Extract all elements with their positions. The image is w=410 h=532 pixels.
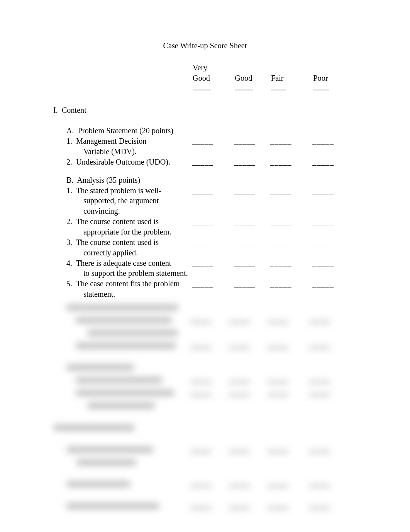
- subsection-b-head: B. Analysis (35 points): [53, 167, 349, 185]
- item-b1-cont2: convincing.: [66, 206, 192, 216]
- col-very-good: Very Good: [192, 63, 234, 94]
- item-a1-cont: Variable (MDV).: [66, 146, 192, 157]
- item-b2: 2. The course content used is appropriat…: [53, 216, 349, 237]
- blank-poor[interactable]: _____: [312, 279, 334, 288]
- blurred-content: [0, 294, 410, 532]
- item-b5-num: 5.: [66, 279, 72, 288]
- blank-fair[interactable]: _____: [270, 259, 291, 267]
- item-b3: 3. The course content used is correctly …: [53, 237, 349, 258]
- item-b1-cont1: supported, the argument: [66, 195, 192, 206]
- item-b2-num: 2.: [66, 217, 72, 226]
- item-b5-cont: statement.: [66, 289, 192, 299]
- blank-verygood[interactable]: _____: [192, 158, 213, 166]
- blank-good[interactable]: _____: [234, 217, 255, 226]
- blank-good[interactable]: _____: [234, 259, 255, 267]
- blank-fair[interactable]: _____: [270, 186, 291, 195]
- blank-poor[interactable]: _____: [312, 137, 334, 145]
- item-b4: 4. There is adequate case content to sup…: [53, 258, 349, 279]
- blank-fair[interactable]: _____: [270, 279, 291, 288]
- blank-poor[interactable]: _____: [312, 238, 334, 246]
- item-b2-cont: appropriate for the problem.: [66, 227, 192, 237]
- col-good: Good: [234, 63, 270, 94]
- blank-poor[interactable]: _____: [312, 158, 334, 166]
- page-title: Case Write-up Score Sheet: [0, 41, 410, 51]
- item-a1-text: Management Decision: [76, 137, 146, 145]
- item-b2-text: The course content used is: [76, 217, 159, 226]
- blank-fair[interactable]: _____: [270, 137, 291, 145]
- item-a1-num: 1.: [66, 137, 72, 145]
- blank-good[interactable]: _____: [234, 238, 255, 246]
- blank-fair[interactable]: _____: [270, 158, 291, 166]
- col-poor: Poor: [312, 63, 349, 94]
- blank-verygood[interactable]: _____: [192, 279, 213, 288]
- blank-poor[interactable]: _____: [312, 186, 334, 195]
- item-b5: 5. The case content fits the problem sta…: [53, 279, 349, 299]
- column-header-row: Very Good Good Fair: [53, 63, 349, 94]
- blank-fair[interactable]: _____: [270, 238, 291, 246]
- col-fair-label: Fair: [271, 74, 284, 82]
- item-b1: 1. The stated problem is well- supported…: [53, 185, 349, 217]
- subB-title: Analysis (35 points): [77, 176, 141, 184]
- subsection-a-head: A. Problem Statement (20 points): [53, 116, 349, 136]
- page: Case Write-up Score Sheet Very Good Good: [0, 0, 410, 532]
- item-b5-text: The case content fits the problem: [76, 279, 180, 288]
- blank-poor[interactable]: _____: [312, 217, 334, 226]
- section-1-head: I. Content: [53, 93, 349, 116]
- item-b1-num: 1.: [66, 186, 72, 195]
- item-b4-num: 4.: [66, 259, 72, 267]
- blank-good[interactable]: _____: [234, 186, 255, 195]
- blank-poor[interactable]: _____: [312, 259, 334, 267]
- blank-verygood[interactable]: _____: [192, 259, 213, 267]
- col-good-label: Good: [235, 74, 252, 82]
- item-b4-text: There is adequate case content: [76, 259, 171, 267]
- main-content: Very Good Good Fair: [53, 63, 349, 299]
- col-very-good-line1: Very: [193, 63, 207, 72]
- blank-good[interactable]: _____: [234, 158, 255, 166]
- item-b4-cont: to support the problem statement.: [66, 268, 192, 279]
- blank-verygood[interactable]: _____: [192, 238, 213, 246]
- blank-fair[interactable]: _____: [270, 217, 291, 226]
- col-very-good-line2: Good: [193, 74, 210, 82]
- blank-verygood[interactable]: _____: [192, 217, 213, 226]
- item-a2-text: Undesirable Outcome (UDO).: [76, 158, 170, 166]
- item-a1: 1. Management Decision Variable (MDV). _…: [53, 136, 349, 157]
- item-b3-num: 3.: [66, 238, 72, 246]
- blank-good[interactable]: _____: [234, 279, 255, 288]
- blank-good[interactable]: _____: [234, 137, 255, 145]
- score-table: Very Good Good Fair: [53, 63, 349, 299]
- item-a2: 2. Undesirable Outcome (UDO). _____ ____…: [53, 157, 349, 167]
- section-1-title: Content: [62, 106, 86, 114]
- item-b3-text: The course content used is: [76, 238, 159, 246]
- subA-letter: A.: [66, 126, 74, 135]
- item-a2-num: 2.: [66, 158, 72, 166]
- blank-verygood[interactable]: _____: [192, 186, 213, 195]
- col-poor-label: Poor: [313, 74, 328, 82]
- blank-verygood[interactable]: _____: [192, 137, 213, 145]
- subA-title: Problem Statement (20 points): [78, 126, 173, 135]
- section-1-roman: I.: [53, 106, 58, 114]
- subB-letter: B.: [66, 176, 74, 184]
- item-b3-cont: correctly applied.: [66, 248, 192, 258]
- col-fair: Fair: [270, 63, 312, 94]
- item-b1-text: The stated problem is well-: [76, 186, 161, 195]
